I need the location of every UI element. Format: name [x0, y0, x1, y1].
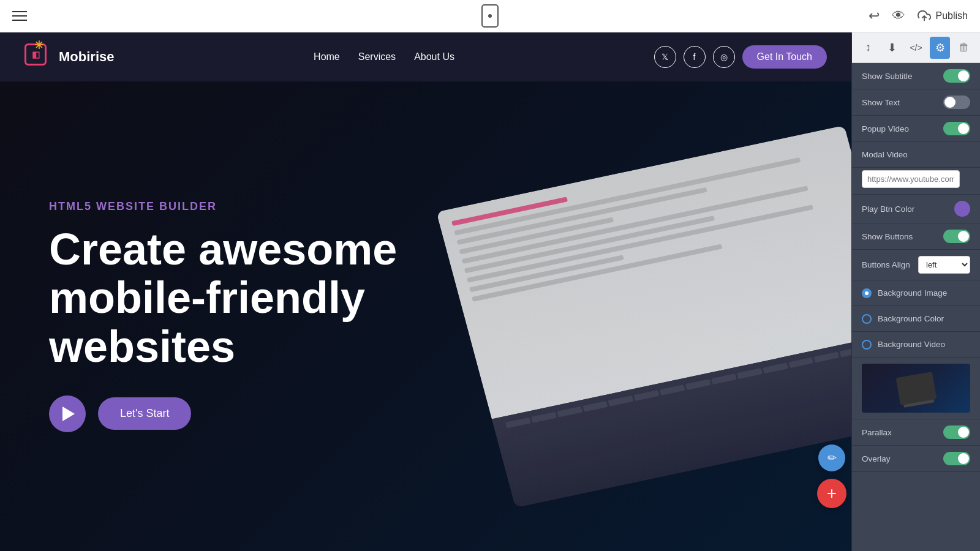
hero-section: HTML5 WEBSITE BUILDER Create awesome mob… [0, 81, 851, 551]
top-toolbar: ↩ 👁 Publish [0, 0, 980, 32]
right-panel: ↕ ⬇ </> ⚙ 🗑 Show Subtitle Show Text Popu… [851, 32, 980, 551]
undo-icon[interactable]: ↩ [869, 8, 880, 24]
publish-label: Publish [936, 10, 968, 21]
overlay-row: Overlay [852, 446, 980, 472]
bg-color-row[interactable]: Background Color [852, 306, 980, 332]
hero-title: Create awesome mobile-friendly websites [49, 225, 417, 371]
twitter-icon[interactable]: 𝕏 [654, 46, 676, 68]
show-buttons-label: Show Buttons [862, 232, 913, 241]
bg-thumbnail-container [852, 358, 980, 419]
nav-home[interactable]: Home [314, 51, 340, 62]
main-area: ◧ ✳ Mobirise Home Services About Us 𝕏 f … [0, 32, 980, 551]
preview-icon[interactable]: 👁 [892, 8, 905, 24]
delete-tool-button[interactable]: 🗑 [954, 37, 974, 59]
site-navbar: ◧ ✳ Mobirise Home Services About Us 𝕏 f … [0, 32, 851, 81]
mobile-preview-icon[interactable] [481, 4, 499, 28]
bg-video-label: Background Video [878, 340, 945, 349]
nav-about-us[interactable]: About Us [414, 51, 454, 62]
modal-video-label: Modal Video [862, 150, 908, 159]
parallax-row: Parallax [852, 419, 980, 446]
modal-video-input[interactable] [862, 170, 960, 188]
play-btn-color-row: Play Btn Color [852, 195, 980, 223]
show-text-row: Show Text [852, 89, 980, 116]
website-preview: ◧ ✳ Mobirise Home Services About Us 𝕏 f … [0, 32, 851, 551]
facebook-icon[interactable]: f [684, 46, 706, 68]
settings-tool-button[interactable]: ⚙ [930, 37, 950, 59]
sort-tool-button[interactable]: ↕ [858, 37, 878, 59]
bg-color-radio[interactable] [862, 314, 872, 324]
hero-subtitle: HTML5 WEBSITE BUILDER [49, 200, 417, 213]
play-video-button[interactable] [49, 395, 86, 432]
parallax-toggle[interactable] [943, 425, 970, 439]
bg-video-row[interactable]: Background Video [852, 332, 980, 358]
bg-color-label: Background Color [878, 314, 944, 323]
hero-content: HTML5 WEBSITE BUILDER Create awesome mob… [49, 200, 417, 432]
site-nav: Home Services About Us [314, 51, 454, 62]
show-text-label: Show Text [862, 98, 900, 107]
logo-icon: ◧ ✳ [24, 43, 51, 70]
buttons-align-select[interactable]: left center right [918, 256, 970, 274]
popup-video-label: Popup Video [862, 124, 909, 133]
instagram-icon[interactable]: ◎ [713, 46, 735, 68]
overlay-toggle[interactable] [943, 452, 970, 465]
laptop-illustration [472, 163, 851, 470]
float-edit-button[interactable]: ✏ [818, 444, 845, 471]
download-tool-button[interactable]: ⬇ [882, 37, 902, 59]
parallax-label: Parallax [862, 428, 892, 437]
buttons-align-row: Buttons Align left center right [852, 250, 980, 280]
code-tool-button[interactable]: </> [906, 37, 926, 59]
play-btn-color-picker[interactable] [954, 201, 970, 217]
play-btn-color-label: Play Btn Color [862, 204, 914, 214]
show-subtitle-row: Show Subtitle [852, 63, 980, 89]
bg-thumbnail[interactable] [862, 364, 970, 413]
popup-video-toggle[interactable] [943, 122, 970, 135]
buttons-align-label: Buttons Align [862, 260, 910, 269]
popup-video-row: Popup Video [852, 116, 980, 142]
hamburger-menu[interactable] [12, 11, 27, 21]
logo-text: Mobirise [59, 49, 114, 65]
bg-image-radio[interactable] [862, 288, 872, 298]
show-text-toggle[interactable] [943, 96, 970, 109]
show-subtitle-toggle[interactable] [943, 69, 970, 83]
nav-services[interactable]: Services [358, 51, 396, 62]
thumbnail-laptop-icon [895, 372, 937, 405]
bg-image-row[interactable]: Background Image [852, 280, 980, 306]
laptop-screen [436, 125, 851, 508]
modal-video-input-row [852, 168, 980, 195]
overlay-label: Overlay [862, 454, 891, 463]
site-nav-actions: 𝕏 f ◎ Get In Touch [654, 45, 827, 69]
bg-image-label: Background Image [878, 288, 947, 298]
panel-settings-content: Show Subtitle Show Text Popup Video Moda… [852, 63, 980, 551]
lets-start-button[interactable]: Let's Start [98, 397, 191, 430]
panel-toolbar: ↕ ⬇ </> ⚙ 🗑 [852, 32, 980, 63]
publish-button[interactable]: Publish [918, 9, 968, 23]
get-in-touch-button[interactable]: Get In Touch [742, 45, 827, 69]
bg-video-radio[interactable] [862, 340, 872, 350]
modal-video-row: Modal Video [852, 142, 980, 168]
hero-title-line2: mobile-friendly websites [49, 273, 365, 370]
hero-title-line1: Create awesome [49, 225, 397, 274]
hero-buttons: Let's Start [49, 395, 417, 432]
site-logo: ◧ ✳ Mobirise [24, 43, 114, 70]
float-add-button[interactable]: + [817, 479, 846, 508]
show-buttons-toggle[interactable] [943, 230, 970, 243]
show-buttons-row: Show Buttons [852, 223, 980, 250]
show-subtitle-label: Show Subtitle [862, 72, 913, 81]
